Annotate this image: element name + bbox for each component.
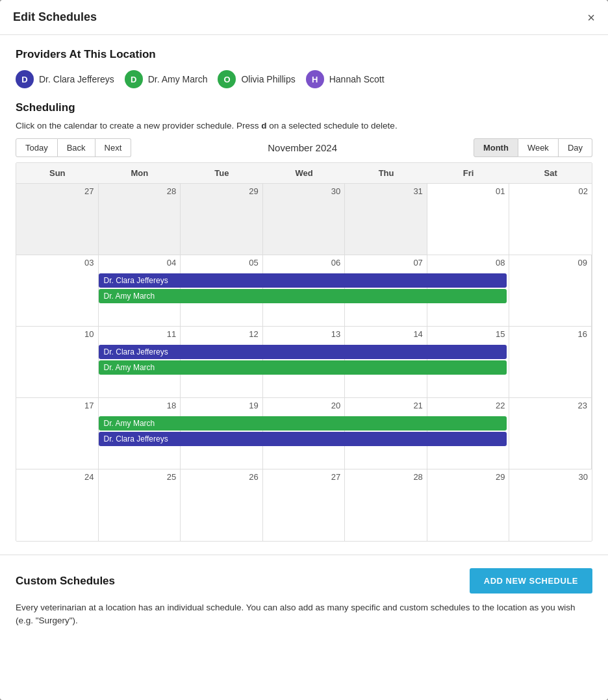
day-cell-03-w1[interactable]: 03 bbox=[16, 255, 99, 326]
scheduling-title: Scheduling bbox=[16, 101, 592, 114]
key-hint: d bbox=[261, 121, 266, 131]
day-number: 05 bbox=[184, 258, 259, 268]
day-cell-24-w4[interactable]: 24 bbox=[16, 469, 99, 541]
day-number: 27 bbox=[20, 186, 94, 196]
event-0-w1[interactable]: Dr. Clara Jeffereys bbox=[99, 273, 507, 288]
next-button[interactable]: Next bbox=[95, 138, 132, 157]
day-cell-28-w0[interactable]: 28 bbox=[99, 184, 181, 255]
day-header-mon: Mon bbox=[99, 163, 181, 183]
day-number: 06 bbox=[267, 258, 341, 268]
provider-chip-amy[interactable]: DDr. Amy March bbox=[125, 70, 208, 88]
day-header-tue: Tue bbox=[181, 163, 263, 183]
day-cell-30-w4[interactable]: 30 bbox=[509, 469, 592, 541]
provider-avatar-olivia: O bbox=[218, 70, 236, 88]
provider-avatar-hannah: H bbox=[306, 70, 324, 88]
calendar-body: 2728293031010203040506070809Dr. Clara Je… bbox=[16, 184, 592, 541]
provider-chip-hannah[interactable]: HHannah Scott bbox=[306, 70, 385, 88]
day-number: 18 bbox=[103, 401, 177, 410]
day-cell-26-w4[interactable]: 26 bbox=[181, 469, 263, 541]
day-number: 10 bbox=[20, 329, 94, 339]
event-1-w2[interactable]: Dr. Amy March bbox=[99, 360, 507, 375]
month-label: November 2024 bbox=[131, 142, 474, 153]
day-cell-10-w2[interactable]: 10 bbox=[16, 327, 99, 397]
day-cell-25-w4[interactable]: 25 bbox=[99, 469, 181, 541]
day-number: 22 bbox=[431, 401, 505, 410]
event-0-w3[interactable]: Dr. Amy March bbox=[99, 416, 507, 431]
day-number: 13 bbox=[267, 329, 341, 339]
day-cell-16-w2[interactable]: 16 bbox=[509, 327, 592, 397]
day-header-wed: Wed bbox=[263, 163, 346, 183]
nav-buttons-left: Today Back Next bbox=[16, 138, 131, 157]
week-row-2: 10111213141516Dr. Clara JeffereysDr. Amy… bbox=[16, 327, 592, 398]
day-cell-30-w0[interactable]: 30 bbox=[263, 184, 346, 255]
modal-body: Providers At This Location DDr. Clara Je… bbox=[0, 35, 608, 555]
view-buttons: MonthWeekDay bbox=[474, 138, 592, 157]
week-row-3: 17181920212223Dr. Amy MarchDr. Clara Jef… bbox=[16, 398, 592, 469]
view-btn-week[interactable]: Week bbox=[518, 138, 559, 157]
view-btn-month[interactable]: Month bbox=[474, 138, 518, 157]
day-number: 07 bbox=[349, 258, 423, 268]
day-header-sat: Sat bbox=[509, 163, 592, 183]
custom-schedules-description: Every veterinarian at a location has an … bbox=[16, 601, 592, 628]
provider-name-hannah: Hannah Scott bbox=[329, 74, 385, 84]
day-number: 29 bbox=[431, 472, 505, 482]
day-cell-29-w4[interactable]: 29 bbox=[427, 469, 510, 541]
calendar-nav: Today Back Next November 2024 MonthWeekD… bbox=[16, 138, 592, 157]
day-number: 19 bbox=[184, 401, 259, 410]
back-button[interactable]: Back bbox=[58, 138, 95, 157]
day-number: 04 bbox=[103, 258, 177, 268]
day-number: 11 bbox=[103, 329, 177, 339]
day-cell-23-w3[interactable]: 23 bbox=[509, 398, 592, 469]
day-cell-17-w3[interactable]: 17 bbox=[16, 398, 99, 469]
add-new-schedule-button[interactable]: ADD NEW SCHEDULE bbox=[470, 568, 592, 594]
day-number: 28 bbox=[349, 472, 423, 482]
event-1-w3[interactable]: Dr. Clara Jeffereys bbox=[99, 432, 507, 446]
day-number: 25 bbox=[103, 472, 177, 482]
day-cell-01-w0[interactable]: 01 bbox=[427, 184, 510, 255]
calendar-instructions: Click on the calendar to create a new pr… bbox=[16, 121, 592, 131]
instructions-text: Click on the calendar to create a new pr… bbox=[16, 121, 259, 131]
day-number: 02 bbox=[513, 186, 588, 196]
day-header-sun: Sun bbox=[16, 163, 99, 183]
day-number: 14 bbox=[349, 329, 423, 339]
day-number: 23 bbox=[513, 401, 587, 410]
day-cell-31-w0[interactable]: 31 bbox=[345, 184, 427, 255]
day-number: 30 bbox=[513, 472, 588, 482]
day-number: 08 bbox=[431, 258, 505, 268]
week-row-0: 27282930310102 bbox=[16, 184, 592, 255]
day-number: 17 bbox=[20, 401, 94, 410]
day-number: 24 bbox=[20, 472, 94, 482]
day-cell-27-w4[interactable]: 27 bbox=[263, 469, 346, 541]
custom-schedules-title: Custom Schedules bbox=[16, 575, 115, 588]
edit-schedules-modal: Edit Schedules × Providers At This Locat… bbox=[0, 0, 608, 700]
bottom-header: Custom Schedules ADD NEW SCHEDULE bbox=[16, 568, 592, 594]
instructions-suffix: on a selected schedule to delete. bbox=[269, 121, 397, 131]
week-row-1: 03040506070809Dr. Clara JeffereysDr. Amy… bbox=[16, 255, 592, 327]
day-number: 31 bbox=[349, 186, 423, 196]
day-cell-02-w0[interactable]: 02 bbox=[509, 184, 592, 255]
event-1-w1[interactable]: Dr. Amy March bbox=[99, 289, 507, 303]
providers-row: DDr. Clara JeffereysDDr. Amy MarchOOlivi… bbox=[16, 70, 592, 88]
provider-chip-clara[interactable]: DDr. Clara Jeffereys bbox=[16, 70, 114, 88]
day-cell-29-w0[interactable]: 29 bbox=[181, 184, 263, 255]
day-number: 09 bbox=[513, 258, 587, 268]
day-cell-09-w1[interactable]: 09 bbox=[509, 255, 592, 326]
provider-chip-olivia[interactable]: OOlivia Phillips bbox=[218, 70, 295, 88]
day-header-fri: Fri bbox=[427, 163, 510, 183]
day-cell-27-w0[interactable]: 27 bbox=[16, 184, 99, 255]
calendar-wrapper: SunMonTueWedThuFriSat 272829303101020304… bbox=[16, 162, 592, 542]
day-number: 28 bbox=[103, 186, 177, 196]
event-0-w2[interactable]: Dr. Clara Jeffereys bbox=[99, 345, 507, 359]
close-button[interactable]: × bbox=[587, 11, 595, 24]
day-cell-28-w4[interactable]: 28 bbox=[345, 469, 427, 541]
day-number: 30 bbox=[267, 186, 341, 196]
day-number: 21 bbox=[349, 401, 423, 410]
view-btn-day[interactable]: Day bbox=[559, 138, 592, 157]
today-button[interactable]: Today bbox=[16, 138, 58, 157]
day-number: 29 bbox=[184, 186, 259, 196]
day-number: 20 bbox=[267, 401, 341, 410]
day-number: 03 bbox=[20, 258, 94, 268]
provider-name-olivia: Olivia Phillips bbox=[241, 74, 295, 84]
provider-name-clara: Dr. Clara Jeffereys bbox=[39, 74, 114, 84]
day-number: 27 bbox=[267, 472, 341, 482]
